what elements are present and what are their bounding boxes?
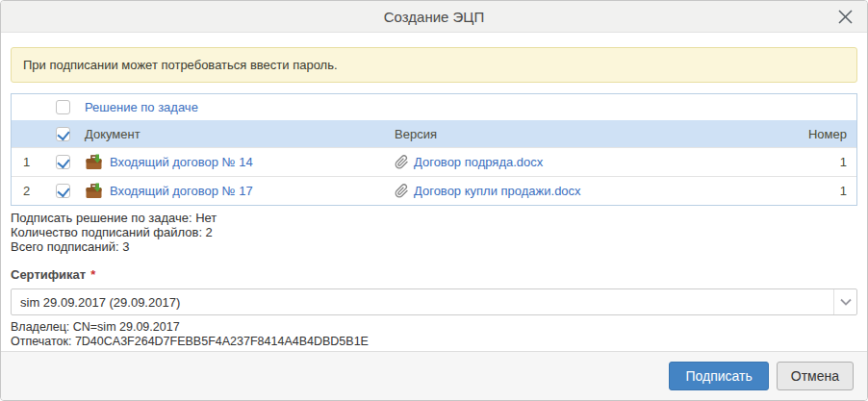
certificate-selected-value: sim 29.09.2017 (29.09.2017) xyxy=(12,295,833,310)
certificate-info: Владелец: CN=sim 29.09.2017 Отпечаток: 7… xyxy=(11,320,857,349)
create-signature-dialog: Создание ЭЦП При подписании может потреб… xyxy=(0,0,868,401)
column-header-version: Версия xyxy=(395,127,779,141)
certificate-owner: Владелец: CN=sim 29.09.2017 xyxy=(11,320,857,335)
sign-button[interactable]: Подписать xyxy=(669,362,768,390)
column-header-number: Номер xyxy=(779,127,856,141)
close-button[interactable] xyxy=(835,7,855,26)
version-filename: Договор купли продажи.docx xyxy=(414,184,581,198)
dialog-body: При подписании может потребоваться ввест… xyxy=(1,47,867,349)
close-icon xyxy=(837,9,854,25)
warning-banner: При подписании может потребоваться ввест… xyxy=(11,47,857,83)
summary-files-count: Количество подписаний файлов: 2 xyxy=(11,225,857,239)
table-header-row: Документ Версия Номер xyxy=(12,120,856,147)
dialog-title: Создание ЭЦП xyxy=(384,9,484,25)
summary-sign-decision: Подписать решение по задаче: Нет xyxy=(11,211,857,225)
row-index: 2 xyxy=(12,184,50,198)
certificate-thumbprint: Отпечаток: 7D40CA3F264D7FEBB5F4A237F8414… xyxy=(11,335,857,349)
warning-text: При подписании может потребоваться ввест… xyxy=(23,58,338,72)
table-row: 2 Входящий договор № 17 xyxy=(12,176,856,205)
task-decision-link[interactable]: Решение по задаче xyxy=(85,100,198,114)
certificate-label: Сертификат* xyxy=(11,267,857,282)
task-decision-checkbox[interactable] xyxy=(56,100,70,114)
row-checkbox[interactable] xyxy=(56,155,70,169)
certificate-select[interactable]: sim 29.09.2017 (29.09.2017) xyxy=(11,288,857,315)
version-link[interactable]: Договор купли продажи.docx xyxy=(395,184,581,198)
document-link[interactable]: Входящий договор № 14 xyxy=(110,155,253,169)
cancel-button[interactable]: Отмена xyxy=(777,362,854,390)
row-index: 1 xyxy=(12,155,50,169)
document-link[interactable]: Входящий договор № 17 xyxy=(110,184,253,198)
incoming-document-icon xyxy=(85,154,103,171)
paperclip-icon xyxy=(395,155,409,169)
version-link[interactable]: Договор подряда.docx xyxy=(395,155,543,169)
documents-table: Решение по задаче Документ Версия Номер … xyxy=(11,93,857,206)
incoming-document-icon xyxy=(85,183,103,200)
select-dropdown-button[interactable] xyxy=(833,289,856,314)
dialog-titlebar: Создание ЭЦП xyxy=(1,1,867,33)
signing-summary: Подписать решение по задаче: Нет Количес… xyxy=(11,211,857,254)
column-header-document: Документ xyxy=(85,127,395,141)
required-mark: * xyxy=(90,267,95,282)
task-decision-row: Решение по задаче xyxy=(12,94,856,120)
version-filename: Договор подряда.docx xyxy=(414,155,543,169)
dialog-footer: Подписать Отмена xyxy=(1,351,867,400)
row-number: 1 xyxy=(779,155,856,169)
select-all-checkbox[interactable] xyxy=(56,127,70,141)
paperclip-icon xyxy=(395,184,409,198)
summary-total-count: Всего подписаний: 3 xyxy=(11,239,857,254)
table-row: 1 Входящий договор № 14 xyxy=(12,147,856,176)
row-number: 1 xyxy=(779,184,856,198)
chevron-down-icon xyxy=(840,298,852,306)
row-checkbox[interactable] xyxy=(56,184,70,198)
